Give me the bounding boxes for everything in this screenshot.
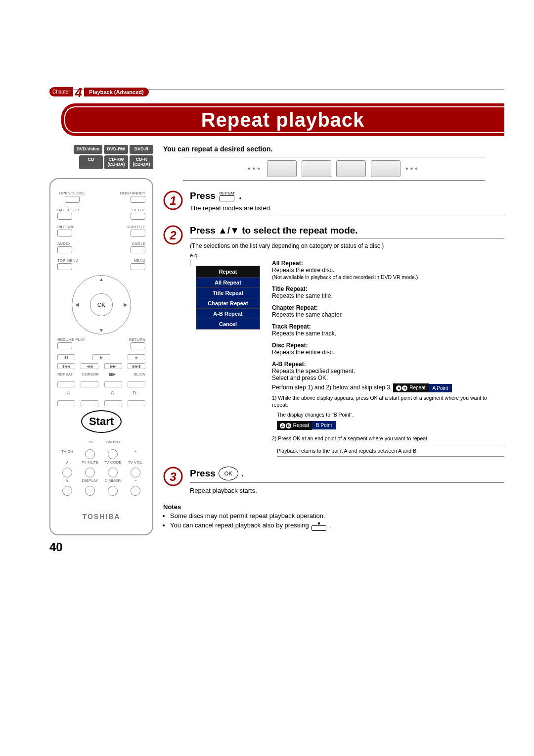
film-frame-icon	[267, 160, 297, 177]
remote-key	[65, 196, 80, 203]
divider	[190, 238, 504, 238]
right-arrow-icon: ▶	[124, 302, 128, 307]
svg-text:3: 3	[170, 470, 177, 483]
remote-key	[128, 381, 145, 387]
remote-key	[104, 400, 122, 406]
osd-menu-item: Cancel	[196, 319, 260, 329]
chapter-tab: Chapter 4 Playback (Advanced)	[49, 84, 149, 99]
remote-key	[131, 246, 145, 253]
start-callout: Start	[77, 410, 126, 433]
mode-body: Repeats the same title.	[272, 292, 333, 299]
remote-transport: ▮◀◀◀◀▶▶▶▶▮	[57, 363, 145, 369]
remote-key	[131, 486, 140, 496]
repeat-key-icon: REPEAT	[220, 191, 235, 201]
remote-key	[108, 468, 118, 477]
remote-key	[131, 263, 145, 270]
remote-key-label: TV VOL.	[126, 460, 145, 465]
remote-key	[85, 449, 95, 459]
step-title-text: Press	[190, 190, 216, 201]
divider	[190, 482, 504, 483]
title-banner: Repeat playback	[49, 103, 504, 136]
mode-heading: Track Repeat:	[272, 323, 504, 330]
left-arrow-icon: ◀	[75, 302, 79, 307]
mode-body: Repeats the specified segment.	[272, 368, 355, 375]
mode-body: Repeats the entire disc.	[272, 267, 334, 274]
remote-key	[57, 246, 72, 253]
remote-key-label: OPEN/CLOSE	[59, 191, 85, 195]
remote-key	[131, 213, 145, 220]
remote-key-label: DIMMER	[103, 478, 123, 483]
remote-dpad: ▲ ▼ ◀ ▶ OK	[72, 275, 131, 334]
remote-key	[131, 468, 140, 477]
mode-heading: Title Repeat:	[272, 285, 504, 292]
notes-list: Some discs may not permit repeat playbac…	[163, 512, 504, 531]
remote-key	[131, 196, 145, 203]
remote-key-label: SLOW	[134, 372, 145, 377]
remote-ok-key: OK	[90, 293, 113, 316]
step-subtext: The repeat modes are listed.	[190, 204, 504, 212]
remote-key-label: TV/DVD	[101, 440, 124, 444]
note-item: You can cancel repeat playback also by p…	[170, 521, 504, 531]
osd-repeat-menu: Repeat All Repeat Title Repeat Chapter R…	[196, 266, 260, 330]
remote-key-label: CURSOR	[82, 372, 99, 377]
disc-badges: DVD-Video DVD-RW DVD-R CD CD-RW (CD-DA) …	[49, 145, 153, 169]
remote-key	[57, 342, 72, 349]
remote-key	[85, 468, 95, 477]
chapter-title: Playback (Advanced)	[84, 88, 149, 96]
remote-key	[104, 381, 122, 387]
lead-text: You can repeat a desired section.	[163, 145, 504, 153]
remote-key	[128, 400, 145, 406]
step-title-text: .	[239, 190, 241, 201]
remote-key-label: SUBTITLE	[127, 225, 145, 229]
badge: CD-R (CD-DA)	[130, 155, 153, 169]
remote-key-label: D	[124, 390, 146, 395]
mode-body: Perform step 1) and 2) below and skip st…	[272, 384, 392, 391]
remote-key-label: +	[126, 449, 145, 459]
remote-key	[62, 486, 72, 496]
remote-key-label: C	[101, 390, 124, 395]
remote-key-label: SETUP	[132, 208, 145, 212]
page-title: Repeat playback	[201, 109, 365, 131]
remote-key	[131, 342, 145, 349]
badge: CD	[79, 155, 103, 169]
eg-label: e.g.	[190, 252, 504, 258]
start-label: Start	[81, 410, 122, 433]
film-strip-illustration: ••• •••	[183, 157, 485, 181]
remote-key	[57, 263, 72, 270]
film-frame-icon	[302, 160, 331, 177]
mode-body: Repeats the entire disc.	[272, 349, 334, 356]
remote-key	[57, 213, 72, 220]
remote-key	[57, 400, 75, 406]
remote-key-label: RETURN	[129, 337, 145, 342]
ab-repeat-chip: AB Repeat A Point	[393, 383, 452, 392]
note-item: Some discs may not permit repeat playbac…	[170, 512, 504, 520]
step-note: (The selections on the list vary dependi…	[190, 242, 504, 249]
remote-key	[85, 486, 95, 496]
step-title-text: .	[241, 468, 244, 479]
remote-key-label: RESUME PLAY	[57, 337, 85, 342]
remote-key-label: ON/STANDBY	[120, 191, 145, 195]
remote-key-label: DISPLAY	[80, 478, 100, 483]
step-number-icon: 2	[163, 225, 183, 245]
mode-heading: All Repeat:	[272, 260, 504, 267]
svg-text:2: 2	[169, 229, 177, 242]
badge: DVD-RW	[104, 145, 128, 154]
step-2: 2 Press ▲/▼ to select the repeat mode. (…	[163, 225, 504, 462]
svg-text:1: 1	[170, 194, 176, 207]
remote-key	[108, 486, 118, 496]
ok-key-icon: OK	[219, 467, 238, 480]
mode-body: Repeats the same chapter.	[272, 311, 343, 318]
film-frame-icon	[371, 160, 400, 177]
mode-descriptions: All Repeat: Repeats the entire disc. (No…	[272, 260, 504, 462]
osd-menu-item: Title Repeat	[196, 287, 260, 298]
remote-key-label: TV CH	[57, 449, 77, 459]
step-1: 1 Press REPEAT . The repeat modes are li…	[163, 190, 504, 220]
mode-heading: Disc Repeat:	[272, 342, 504, 349]
osd-menu-item: A-B Repeat	[196, 308, 260, 319]
ab-step-text: 2) Press OK at an end point of a segment…	[272, 435, 504, 442]
osd-menu-item: Chapter Repeat	[196, 298, 260, 308]
ab-note: The display changes to "B Point".	[277, 411, 504, 418]
osd-menu-header: Repeat	[196, 266, 260, 277]
film-frame-icon	[336, 160, 366, 177]
notes-heading: Notes	[163, 503, 504, 511]
